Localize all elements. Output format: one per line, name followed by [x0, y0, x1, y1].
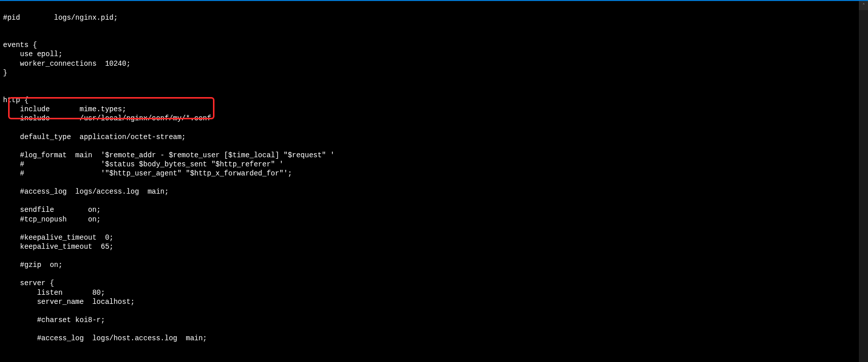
- code-line: #charset koi8-r;: [3, 315, 856, 325]
- code-line: [3, 178, 856, 187]
- code-line: server {: [3, 279, 856, 288]
- code-line: # '"$http_user_agent" "$http_x_forwarded…: [3, 169, 856, 178]
- code-line: listen 80;: [3, 288, 856, 297]
- code-line: [3, 269, 856, 279]
- code-line: [3, 86, 856, 96]
- code-line: #access_log logs/access.log main;: [3, 187, 856, 196]
- code-line: #pid logs/nginx.pid;: [3, 13, 856, 22]
- code-line: [3, 22, 856, 31]
- code-line: #gzip on;: [3, 260, 856, 269]
- code-line: include mime.types;: [3, 105, 856, 114]
- code-line: sendfile on;: [3, 205, 856, 214]
- chevron-up-icon: ˄: [862, 3, 865, 9]
- code-line: # '$status $body_bytes_sent "$http_refer…: [3, 160, 856, 169]
- vertical-scrollbar[interactable]: ˄: [859, 1, 868, 362]
- code-line: [3, 77, 856, 86]
- code-line: use epoll;: [3, 50, 856, 59]
- code-line: [3, 31, 856, 40]
- code-line: #log_format main '$remote_addr - $remote…: [3, 151, 856, 160]
- code-line: events {: [3, 40, 856, 50]
- code-line: [3, 142, 856, 151]
- code-line: [3, 251, 856, 260]
- code-line: [3, 4, 856, 13]
- code-line: [3, 196, 856, 205]
- code-line: #tcp_nopush on;: [3, 215, 856, 224]
- scrollbar-up-button[interactable]: ˄: [859, 1, 868, 10]
- code-line: include /usr/local/nginx/conf/my/*.conf: [3, 114, 856, 123]
- code-line: #keepalive_timeout 0;: [3, 233, 856, 242]
- editor-content[interactable]: #pid logs/nginx.pid;events { use epoll; …: [0, 1, 859, 362]
- code-line: [3, 123, 856, 132]
- code-line: #access_log logs/host.access.log main;: [3, 334, 856, 343]
- code-line: server_name localhost;: [3, 297, 856, 306]
- code-line: keepalive_timeout 65;: [3, 242, 856, 251]
- code-line: [3, 224, 856, 233]
- code-line: default_type application/octet-stream;: [3, 132, 856, 142]
- code-line: [3, 306, 856, 315]
- code-line: }: [3, 68, 856, 77]
- code-line: [3, 325, 856, 334]
- code-line: http {: [3, 96, 856, 105]
- code-line: worker_connections 10240;: [3, 59, 856, 68]
